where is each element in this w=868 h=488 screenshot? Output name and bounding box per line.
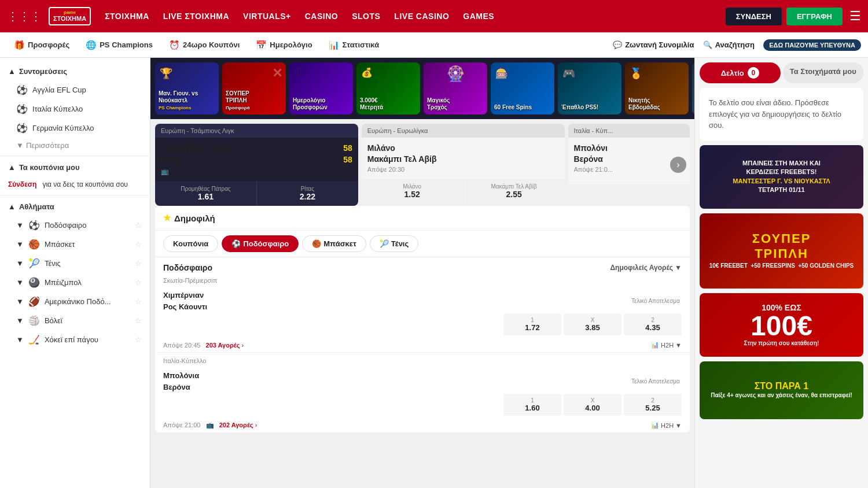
sidebar-item-italy-cup[interactable]: ⚽ Ιταλία Κύπελλο [0, 99, 150, 119]
match2-row-team2: Βερόνα [163, 382, 630, 393]
chevron-down-icon: ▼ [16, 141, 24, 150]
promo-icon-8: 🏅 [630, 67, 642, 80]
promo-card-super-triple[interactable]: ✕ ΣΟΥΠΕΡΤΡΙΠΛΗΠροσφορά [222, 62, 286, 114]
football-icon: ⚽ [16, 84, 28, 95]
subnav-24coupon[interactable]: ⏰ 24ωρο Κουπόνι [162, 36, 247, 54]
star-icon-5[interactable]: ☆ [135, 297, 142, 306]
match2-oddX-btn[interactable]: X 4.00 [564, 394, 621, 416]
right-promo-1[interactable]: ΜΠΑΙΝΕΙΣ ΣΤΗ ΜΑΧΗ ΚΑΙ ΚΕΡΔΙΖΕΙΣ FREEBETS… [700, 145, 863, 209]
promo-card-freespins[interactable]: 🎰 60 Free Spins [491, 62, 554, 114]
responsible-gaming-badge[interactable]: ΕΔΩ ΠΑΙΖΟΥΜΕ ΥΠΕΥΘΥΝΑ [763, 39, 861, 51]
match1-row-team1: Χιμπέρνιαν [163, 290, 630, 301]
sidebar-football[interactable]: ▼ ⚽ Ποδόσφαιρο ☆ [0, 216, 150, 235]
match1-teams-block: Χιμπέρνιαν Ρος Κάουντι [163, 290, 630, 312]
login-link[interactable]: Σύνδεση [8, 180, 36, 188]
match1-result-header: Τελικό Αποτελεσμα [630, 298, 682, 304]
nav-slots[interactable]: SLOTS [352, 12, 380, 21]
betslip-tab-mybets[interactable]: Τα Στοιχήματά μου [783, 62, 864, 83]
match2-odds: Μιλάνο 1.52 Μακάμπι Τελ Αβίβ 2.55 [362, 179, 565, 204]
nav-games[interactable]: GAMES [463, 12, 494, 21]
sidebar-volleyball[interactable]: ▼ 🏐 Βόλεϊ ☆ [0, 311, 150, 330]
match1-h2h-link[interactable]: 📊 H2H ▼ [651, 341, 682, 349]
subnav-calendar[interactable]: 📅 Ημερολόγιο [249, 36, 319, 54]
sidebar-baseball[interactable]: ▼ 🎱 Μπέιζμπολ ☆ [0, 273, 150, 292]
nav-casino[interactable]: CASINO [305, 12, 338, 21]
login-button[interactable]: ΣΥΝΔΕΣΗ [726, 8, 782, 25]
star-icon-4[interactable]: ☆ [135, 278, 142, 287]
promo-card-pragmatic[interactable]: 💎 PragmaticBuy Bonus [692, 62, 694, 114]
match1-oddX-btn[interactable]: X 3.85 [564, 313, 621, 335]
match1-markets-arrow[interactable]: › [241, 342, 244, 349]
match2-odds-full: 1 1.60 X 4.00 2 5.25 [155, 394, 690, 419]
sidebar-american-football[interactable]: ▼ 🏈 Αμερικάνικο Ποδό... ☆ [0, 292, 150, 311]
match1-odd2[interactable]: Ρίτας 2.22 [257, 181, 358, 206]
sidebar-item-efl[interactable]: ⚽ Αγγλία EFL Cup [0, 80, 150, 99]
right-promo-2[interactable]: ΣΟΥΠΕΡΤΡΙΠΛΗ 10€ FREEBET +50 FREESPINS +… [700, 213, 863, 289]
show-more-shortcuts[interactable]: ▼ Περισσότερα [0, 138, 150, 153]
oddX-label-2: X [591, 397, 595, 404]
promo-card-winner[interactable]: 🏅 ΝικητήςΕβδομάδας [625, 62, 689, 114]
gift-icon: 🎁 [14, 40, 25, 50]
promo-card-offers[interactable]: 🗓 ΗμερολόγιοΠροσφορών [289, 62, 353, 114]
match1-odd2-btn[interactable]: 2 4.35 [624, 313, 682, 335]
promo-card-battles[interactable]: 🎮 Έπαθλο PS5! [558, 62, 621, 114]
match1-markets-link[interactable]: 203 Αγορές [206, 342, 240, 349]
match2-odd2[interactable]: Μακάμπι Τελ Αβίβ 2.55 [464, 179, 565, 204]
match-card-3: Ιταλία - Κύπ... Μπολόνι Βερόνα Απόψε 21:… [568, 124, 690, 206]
hamburger-icon[interactable]: ☰ [849, 9, 861, 24]
star-icon-7[interactable]: ☆ [135, 335, 142, 344]
star-icon[interactable]: ☆ [135, 221, 142, 230]
match2-odd2-btn[interactable]: 2 5.25 [624, 394, 682, 416]
site-logo[interactable]: pame ΣΤΟΙΧΗΜΑ [49, 7, 91, 26]
promo-card-3000[interactable]: 💰 3.000€Μετρητά [356, 62, 420, 114]
nav-live-casino[interactable]: LIVE CASINO [394, 12, 449, 21]
nav-live-stoixima[interactable]: LIVE ΣΤΟΙΧΗΜΑ [163, 12, 229, 21]
star-icon-6[interactable]: ☆ [135, 316, 142, 325]
match-next-button[interactable]: › [670, 157, 686, 173]
promo-card-ps-champions[interactable]: 🏆 Mαν. Γιουν. vsΝιούκαστλPS Champions [155, 62, 219, 114]
sidebar-tennis[interactable]: ▼ 🎾 Τένις ☆ [0, 254, 150, 273]
match1-odd1-btn[interactable]: 1 1.72 [503, 313, 561, 335]
match1-odd1-label: Προμηθέας Πάτρας [157, 186, 254, 192]
subnav-ps-champions[interactable]: 🌐 PS Champions [79, 36, 160, 54]
sidebar-hockey[interactable]: ▼ 🏒 Χόκεϊ επί πάγου ☆ [0, 330, 150, 349]
markets-dropdown[interactable]: Δημοφιλείς Αγορές ▼ [610, 264, 682, 272]
match1-odd1[interactable]: Προμηθέας Πάτρας 1.61 [155, 181, 257, 206]
league-label-2: Ιταλία-Κύπελλο [155, 353, 690, 367]
chevron-up-icon-3: ▲ [8, 202, 16, 211]
grid-icon[interactable]: ⋮⋮⋮ [7, 9, 42, 23]
star-icon-2[interactable]: ☆ [135, 240, 142, 249]
match2-odd2-label: Μακάμπι Τελ Αβίβ [466, 183, 562, 190]
right-promo-3[interactable]: 100% ΕΩΣ 100€ Στην πρώτη σου κατάθεση! [700, 293, 863, 357]
nav-virtuals[interactable]: VIRTUALS+ [243, 12, 291, 21]
betslip-tab-main[interactable]: Δελτίο 0 [700, 62, 781, 83]
search-button[interactable]: 🔍 Αναζήτηση [703, 40, 755, 49]
popular-title: Δημοφιλή [174, 213, 215, 223]
sidebar-item-germany-cup[interactable]: ⚽ Γερμανία Κύπελλο [0, 119, 150, 138]
match2-odd1[interactable]: Μιλάνο 1.52 [362, 179, 464, 204]
match2-markets-link[interactable]: 202 Αγορές [219, 422, 253, 428]
match2-odd1-btn[interactable]: 1 1.60 [503, 394, 561, 416]
live-chat-button[interactable]: 💬 Ζωντανή Συνομιλία [613, 40, 694, 49]
shortcuts-header[interactable]: ▲ Συντομεύσεις [0, 62, 150, 80]
popular-tab-football[interactable]: ⚽ Ποδόσφαιρο [222, 235, 299, 252]
match2-2-value: 5.25 [645, 404, 660, 412]
star-icon-3[interactable]: ☆ [135, 259, 142, 268]
promo-card-wheel[interactable]: 🎡 ΜαγικόςΤροχός [424, 62, 487, 114]
subnav-stats[interactable]: 📊 Στατιστικά [322, 36, 387, 54]
subnav-offers[interactable]: 🎁 Προσφορές [7, 36, 76, 54]
sidebar-basketball[interactable]: ▼ 🏀 Μπάσκετ ☆ [0, 235, 150, 254]
match2-odd1-label: Μιλάνο [364, 183, 461, 190]
register-button[interactable]: ΕΓΓΡΑΦΗ [786, 8, 843, 25]
popular-tab-tennis[interactable]: 🎾 Τένις [370, 235, 418, 252]
match2-markets-arrow[interactable]: › [255, 422, 258, 428]
popular-tab-coupons[interactable]: Κουπόνια [163, 235, 218, 252]
nav-stoixima[interactable]: ΣΤΟΙΧΗΜΑ [105, 12, 149, 21]
football-tab-icon: ⚽ [231, 239, 241, 248]
match2-h2h-link[interactable]: 📊 H2H ▼ [651, 422, 682, 429]
popular-tab-basketball[interactable]: 🏀 Μπάσκετ [302, 235, 366, 252]
right-promo-4[interactable]: ΣΤΟ ΠΑΡΑ 1 Παίξε 4+ αγωνες και αν χάσεις… [700, 361, 863, 419]
coupons-header[interactable]: ▲ Τα κουπόνια μου [0, 158, 150, 176]
athletics-header[interactable]: ▲ Αθλήματα [0, 198, 150, 216]
match1-row-content: Χιμπέρνιαν Ρος Κάουντι Τελικό Αποτελεσμα [155, 286, 690, 313]
